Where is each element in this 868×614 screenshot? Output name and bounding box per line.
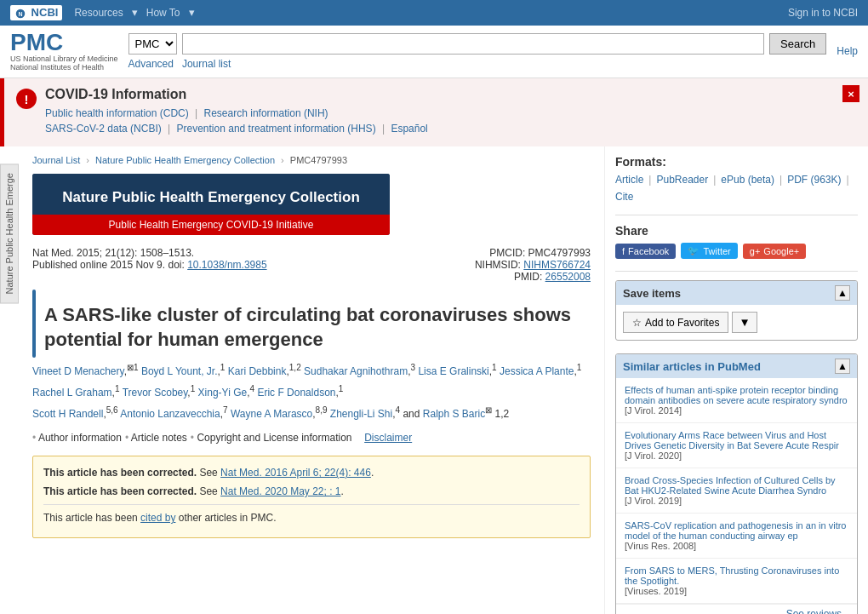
author-plante[interactable]: Jessica A Plante (500, 365, 574, 377)
format-pubreader[interactable]: PubReader (656, 174, 708, 186)
format-article[interactable]: Article (615, 174, 643, 186)
doi-label: doi: (168, 259, 184, 271)
covid-links-row2: SARS-CoV-2 data (NCBI) | Prevention and … (45, 123, 428, 135)
author-gralinski[interactable]: Lisa E Gralinski (418, 365, 488, 377)
author-donaldson[interactable]: Eric F Donaldson (257, 387, 335, 399)
meta-right: PMCID: PMC4797993 NIHMSID: NIHMS766724 P… (475, 247, 591, 283)
similar-article-1-journal: [J Virol. 2014] (625, 405, 682, 416)
similar-article-5-link[interactable]: From SARS to MERS, Thrusting Coronavirus… (625, 565, 848, 586)
add-to-favorites-button[interactable]: ☆ Add to Favorites (623, 312, 728, 333)
pmid-link[interactable]: 26552008 (545, 271, 591, 283)
see-reviews-link[interactable]: See reviews... (616, 604, 857, 614)
ncbi-data-link[interactable]: SARS-CoV-2 data (NCBI) (45, 123, 162, 135)
format-pdf[interactable]: PDF (963K) (787, 174, 841, 186)
nihmsid-label: NIHMSID: (475, 259, 521, 271)
doi-link[interactable]: 10.1038/nm.3985 (187, 259, 266, 271)
similar-article-3-link[interactable]: Broad Cross-Species Infection of Culture… (625, 475, 848, 496)
hhs-link[interactable]: Prevention and treatment information (HH… (177, 123, 376, 135)
author-marasco[interactable]: Wayne A Marasco (231, 408, 312, 420)
format-epub[interactable]: ePub (beta) (721, 174, 774, 186)
howto-link[interactable]: How To (146, 7, 180, 19)
journal-list-link[interactable]: Journal list (182, 58, 231, 70)
advanced-link[interactable]: Advanced (128, 58, 174, 70)
covid-banner: ! COVID-19 Information Public health inf… (0, 78, 868, 146)
article-notes-link[interactable]: Article notes (125, 432, 187, 444)
author-lanzavecchia[interactable]: Antonio Lanzavecchia (120, 408, 220, 420)
covid-title: COVID-19 Information (45, 87, 428, 102)
journal-info: Nat Med. (32, 247, 74, 259)
pmc-sub1: US National Library of Medicine (10, 55, 118, 64)
correction-box: This article has been corrected. See Nat… (32, 456, 591, 538)
article-meta: Nat Med. 2015; 21(12): 1508–1513. Publis… (32, 247, 591, 283)
similar-article-5-journal: [Viruses. 2019] (625, 586, 687, 596)
search-button[interactable]: Search (769, 33, 826, 55)
author-ge[interactable]: Xing-Yi Ge (198, 387, 248, 399)
share-facebook-button[interactable]: f Facebook (615, 244, 676, 259)
author-shi[interactable]: Zhengli-Li Shi (330, 408, 392, 420)
pmc-logo-block: PMC US National Library of Medicine Nati… (10, 31, 118, 73)
help-link[interactable]: Help (837, 45, 858, 57)
share-twitter-button[interactable]: 🐦 Twitter (681, 243, 737, 259)
correction2: This article has been corrected. See Nat… (43, 484, 580, 499)
nih-link[interactable]: Research information (NIH) (204, 107, 328, 119)
similar-article-2-link[interactable]: Evolutionary Arms Race between Virus and… (625, 430, 848, 450)
top-nav: N NCBI Resources ▾ How To ▾ Sign in to N… (0, 0, 868, 26)
covid-alert-icon: ! (16, 89, 37, 109)
cdc-link[interactable]: Public health information (CDC) (45, 107, 189, 119)
nature-banner: Nature Public Health Emergency Collectio… (32, 174, 390, 235)
main-layout: Nature Public Health Emerge Journal List… (0, 146, 868, 614)
howto-arrow: ▾ (189, 6, 195, 19)
author-menachery[interactable]: Vineet D Menachery (32, 365, 124, 377)
similar-article-2-journal: [J Virol. 2020] (625, 450, 682, 461)
author-randell[interactable]: Scott H Randell (32, 408, 103, 420)
divider1 (615, 215, 858, 215)
save-items-title: Save items (623, 287, 681, 300)
nature-banner-subtitle: Public Health Emergency COVID-19 Initiat… (32, 215, 390, 235)
nihmsid-link[interactable]: NIHMS766724 (523, 259, 591, 271)
save-items-collapse-button[interactable]: ▲ (835, 285, 850, 301)
save-items-header: Save items ▲ (616, 281, 857, 305)
copyright-link[interactable]: Copyright and License information (191, 432, 352, 444)
author-graham[interactable]: Rachel L Graham (32, 387, 112, 399)
signin-link[interactable]: Sign in to NCBI (788, 7, 858, 19)
format-cite[interactable]: Cite (615, 191, 633, 203)
similar-item-5: From SARS to MERS, Thrusting Coronavirus… (616, 559, 857, 604)
similar-collapse-button[interactable]: ▲ (835, 359, 850, 374)
author-yount[interactable]: Boyd L Yount, Jr. (141, 365, 218, 377)
author-debbink[interactable]: Kari Debbink (228, 365, 287, 377)
star-icon: ☆ (632, 317, 642, 329)
author-baric[interactable]: Ralph S Baric (423, 408, 485, 420)
favorites-dropdown-button[interactable]: ▼ (732, 312, 757, 333)
breadcrumb-journal-list[interactable]: Journal List (32, 155, 80, 165)
ncbi-logo-area: N NCBI (10, 5, 62, 20)
similar-articles-section: Similar articles in PubMed ▲ Effects of … (615, 353, 858, 614)
covid-content: COVID-19 Information Public health infor… (45, 87, 428, 138)
correction1: This article has been corrected. See Nat… (43, 465, 580, 480)
googleplus-icon: g+ (750, 246, 761, 256)
similar-article-4-link[interactable]: SARS-CoV replication and pathogenesis in… (625, 520, 848, 541)
top-nav-links: Resources ▾ How To ▾ (74, 6, 194, 19)
article-title-area: A SARS-like cluster of circulating bat c… (32, 290, 591, 360)
covid-close-button[interactable]: × (842, 85, 859, 102)
correction2-link[interactable]: Nat Med. 2020 May 22; : 1 (220, 485, 340, 497)
disclaimer-link[interactable]: Disclaimer (364, 432, 412, 444)
save-items-body: ☆ Add to Favorites ▼ (616, 305, 857, 340)
resources-link[interactable]: Resources (74, 7, 123, 19)
twitter-icon: 🐦 (688, 245, 700, 256)
share-section: Share f Facebook 🐦 Twitter g+ Google+ (615, 224, 858, 259)
correction1-link[interactable]: Nat Med. 2016 April 6; 22(4): 446 (220, 467, 371, 479)
similar-item-4: SARS-CoV replication and pathogenesis in… (616, 514, 857, 559)
similar-article-1-link[interactable]: Effects of human anti-spike protein rece… (625, 385, 848, 405)
facebook-label: Facebook (628, 246, 669, 256)
author-scobey[interactable]: Trevor Scobey (123, 387, 188, 399)
author-agnihothram[interactable]: Sudhakar Agnihothram (304, 365, 408, 377)
cited-by-link[interactable]: cited by (140, 512, 175, 524)
author-info-link[interactable]: Author information (32, 432, 122, 444)
search-input[interactable] (182, 33, 765, 55)
breadcrumb-nature-collection[interactable]: Nature Public Health Emergency Collectio… (95, 155, 275, 165)
share-googleplus-button[interactable]: g+ Google+ (743, 244, 806, 259)
espanol-link[interactable]: Español (391, 123, 427, 135)
meta-left: Nat Med. 2015; 21(12): 1508–1513. Publis… (32, 247, 267, 283)
formats-row: Article | PubReader | ePub (beta) | PDF … (615, 174, 858, 203)
pmc-database-select[interactable]: PMC (128, 33, 177, 55)
